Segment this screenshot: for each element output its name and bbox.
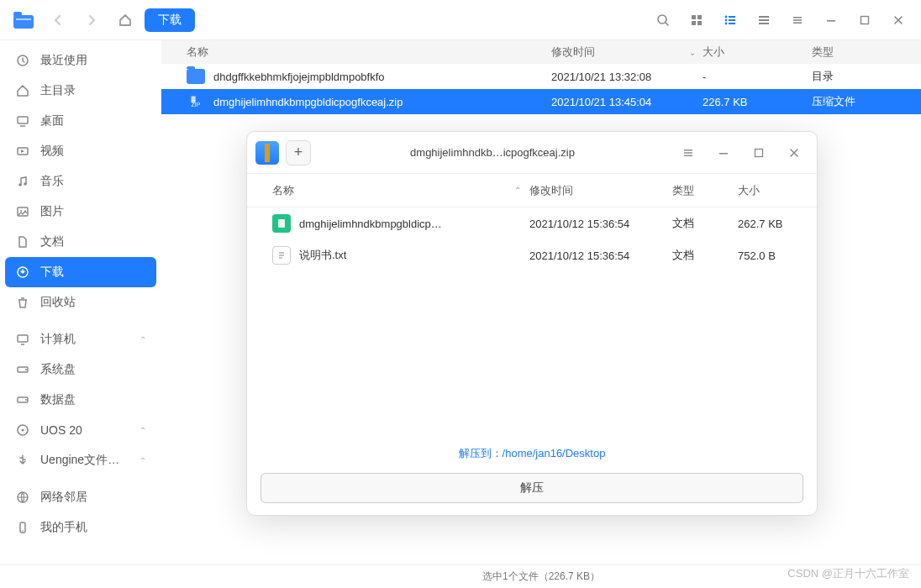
svg-rect-11 bbox=[729, 19, 735, 21]
archive-col-mtime[interactable]: 修改时间 bbox=[529, 183, 672, 198]
text-file-icon bbox=[272, 246, 291, 265]
file-name: dhdgffkkebhmkfjojejmpbldmpobfkfo bbox=[213, 71, 385, 83]
zip-icon: ▓ZIP bbox=[187, 92, 205, 111]
home-button[interactable] bbox=[111, 8, 139, 33]
sidebar-item-system-disk[interactable]: 系统盘 bbox=[0, 354, 161, 385]
add-button[interactable]: + bbox=[286, 140, 311, 165]
svg-rect-1 bbox=[13, 12, 22, 17]
svg-rect-14 bbox=[759, 16, 769, 18]
archive-close-button[interactable] bbox=[780, 140, 808, 165]
file-icon bbox=[15, 235, 30, 249]
svg-rect-21 bbox=[861, 16, 869, 24]
usb-icon bbox=[15, 454, 30, 467]
path-crumb-downloads[interactable]: 下载 bbox=[145, 8, 195, 32]
sidebar-item-music[interactable]: 音乐 bbox=[0, 166, 161, 197]
archive-file-name: 说明书.txt bbox=[299, 248, 346, 263]
image-icon bbox=[15, 205, 30, 218]
sidebar-item-label: Uengine文件… bbox=[40, 453, 119, 468]
view-list-button[interactable] bbox=[716, 8, 745, 33]
extract-to-label: 解压到： bbox=[459, 447, 503, 459]
archive-maximize-button[interactable] bbox=[745, 140, 773, 165]
back-button[interactable] bbox=[44, 8, 72, 33]
svg-rect-18 bbox=[793, 19, 802, 21]
file-row[interactable]: dhdgffkkebhmkfjojejmpbldmpobfkfo 2021/10… bbox=[161, 64, 921, 89]
archive-menu-button[interactable] bbox=[674, 140, 703, 165]
video-icon bbox=[15, 144, 30, 158]
svg-rect-9 bbox=[729, 16, 735, 18]
search-button[interactable] bbox=[649, 8, 677, 33]
svg-point-36 bbox=[22, 429, 24, 432]
svg-rect-7 bbox=[697, 21, 702, 25]
col-mtime-header[interactable]: 修改时间⌄ bbox=[551, 45, 703, 60]
sidebar-item-network[interactable]: 网络邻居 bbox=[0, 482, 161, 512]
app-logo bbox=[8, 7, 39, 34]
toolbar: 下载 bbox=[0, 0, 921, 40]
music-icon bbox=[15, 175, 30, 188]
network-icon bbox=[15, 491, 30, 504]
sidebar-item-downloads[interactable]: 下载 bbox=[5, 257, 156, 287]
sidebar-item-documents[interactable]: 文档 bbox=[0, 227, 161, 257]
sidebar-item-home[interactable]: 主目录 bbox=[0, 76, 161, 106]
file-type: 压缩文件 bbox=[812, 94, 913, 109]
archive-minimize-button[interactable] bbox=[709, 140, 738, 165]
sidebar-item-label: 文档 bbox=[40, 234, 64, 249]
col-type-header[interactable]: 类型 bbox=[812, 45, 913, 60]
sidebar-item-recent[interactable]: 最近使用 bbox=[0, 45, 161, 76]
disk-icon bbox=[15, 363, 30, 376]
forward-button[interactable] bbox=[77, 8, 106, 33]
menu-button[interactable] bbox=[783, 8, 812, 33]
desktop-icon bbox=[15, 114, 30, 128]
watermark: CSDN @正月十六工作室 bbox=[787, 566, 909, 581]
archive-file-size: 752.0 B bbox=[738, 249, 805, 262]
sidebar-item-phone[interactable]: 我的手机 bbox=[0, 512, 161, 543]
archive-col-size[interactable]: 大小 bbox=[738, 183, 805, 198]
svg-point-32 bbox=[25, 369, 27, 370]
home-icon bbox=[15, 84, 30, 97]
view-compact-button[interactable] bbox=[750, 8, 778, 33]
archive-col-name[interactable]: 名称⌃ bbox=[272, 183, 529, 198]
archive-window: + dmghijelimhndkb…icpogfkceaj.zip 名称⌃ 修改… bbox=[246, 131, 818, 516]
svg-rect-19 bbox=[793, 22, 802, 24]
sidebar-item-label: 最近使用 bbox=[40, 53, 87, 68]
file-size: - bbox=[703, 71, 812, 83]
svg-rect-5 bbox=[697, 15, 702, 19]
archive-row[interactable]: dmghijelimhndkbmpgbldicp… 2021/10/12 15:… bbox=[247, 207, 817, 239]
svg-rect-42 bbox=[684, 155, 692, 155]
sidebar-item-label: 图片 bbox=[40, 204, 64, 219]
window-minimize-button[interactable] bbox=[817, 8, 845, 33]
file-row[interactable]: ▓ZIPdmghijelimhndkbmpgbldicpogfkceaj.zip… bbox=[161, 89, 921, 114]
archive-col-type[interactable]: 类型 bbox=[672, 183, 738, 198]
trash-icon bbox=[15, 296, 30, 309]
svg-rect-44 bbox=[755, 149, 763, 156]
archive-titlebar: + dmghijelimhndkb…icpogfkceaj.zip bbox=[247, 132, 817, 174]
archive-file-size: 262.7 KB bbox=[738, 218, 805, 230]
clock-icon bbox=[15, 54, 30, 67]
extract-button[interactable]: 解压 bbox=[261, 473, 803, 503]
svg-rect-23 bbox=[18, 117, 28, 123]
svg-rect-4 bbox=[692, 15, 696, 19]
sidebar-item-data-disk[interactable]: 数据盘 bbox=[0, 385, 161, 415]
svg-rect-20 bbox=[827, 20, 835, 22]
window-close-button[interactable] bbox=[884, 8, 913, 33]
sidebar-item-uos[interactable]: UOS 20⌃ bbox=[0, 415, 161, 445]
sidebar-item-uengine[interactable]: Uengine文件…⌃ bbox=[0, 445, 161, 475]
svg-point-12 bbox=[725, 22, 728, 24]
extract-path-link[interactable]: /home/jan16/Desktop bbox=[503, 447, 606, 459]
sidebar-item-label: 网络邻居 bbox=[40, 490, 87, 505]
col-size-header[interactable]: 大小 bbox=[703, 45, 812, 60]
archive-row[interactable]: 说明书.txt 2021/10/12 15:36:54 文档 752.0 B bbox=[247, 239, 817, 271]
view-grid-button[interactable] bbox=[682, 8, 711, 33]
sidebar-item-computer[interactable]: 计算机⌃ bbox=[0, 324, 161, 354]
sidebar-item-pictures[interactable]: 图片 bbox=[0, 197, 161, 227]
svg-point-39 bbox=[22, 530, 24, 532]
sidebar-item-desktop[interactable]: 桌面 bbox=[0, 106, 161, 136]
sidebar-item-trash[interactable]: 回收站 bbox=[0, 287, 161, 318]
sidebar-item-label: 主目录 bbox=[40, 83, 76, 98]
file-type: 目录 bbox=[812, 69, 913, 84]
svg-point-26 bbox=[24, 182, 27, 186]
col-name-header[interactable]: 名称 bbox=[170, 45, 551, 60]
sidebar-item-label: 数据盘 bbox=[40, 392, 76, 407]
window-maximize-button[interactable] bbox=[850, 8, 879, 33]
archive-file-mtime: 2021/10/12 15:36:54 bbox=[529, 218, 672, 230]
sidebar-item-video[interactable]: 视频 bbox=[0, 136, 161, 166]
